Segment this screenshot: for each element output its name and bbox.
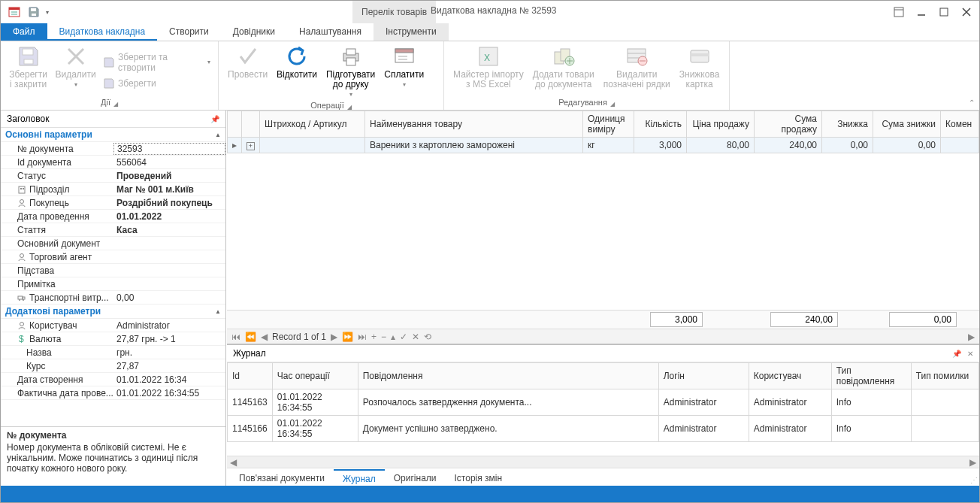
save-and-create-button[interactable]: Зберегти та створити▾: [100, 50, 213, 74]
col-comment[interactable]: Комен: [941, 111, 979, 138]
tab-settings[interactable]: Налаштування: [287, 23, 374, 41]
property-row[interactable]: ПокупецьРоздрібний покупець: [1, 196, 225, 210]
excel-import-button[interactable]: X Майстер імпорту з MS Excel: [449, 43, 528, 98]
add-goods-button[interactable]: Додати товари до документа: [528, 43, 599, 98]
property-row[interactable]: Дата проведення01.01.2022: [1, 210, 225, 223]
close-icon[interactable]: [957, 5, 976, 20]
journal-grid[interactable]: Id Час операції Повідомлення Логін Корис…: [227, 362, 979, 456]
jtab-related[interactable]: Пов'язані документи: [230, 470, 334, 486]
nav-next-icon[interactable]: ▶: [331, 332, 337, 342]
col-price[interactable]: Ціна продажу: [687, 111, 755, 138]
col-name[interactable]: Найменування товару: [365, 111, 583, 138]
nav-first-icon[interactable]: ⏮: [231, 332, 240, 342]
property-row[interactable]: Транспортні витр...0,00: [1, 291, 225, 305]
group-dialog-icon[interactable]: ◢: [347, 104, 352, 111]
property-row[interactable]: КористувачAdministrator: [1, 319, 225, 332]
nav-next-page-icon[interactable]: ⏩: [342, 332, 353, 342]
cell-discount[interactable]: 0,00: [822, 138, 873, 153]
journal-row[interactable]: 114516301.01.2022 16:34:55Розпочалось за…: [228, 389, 979, 416]
journal-scrollbar[interactable]: ◀▶: [227, 456, 979, 468]
delete-rows-button[interactable]: Видалити позначені рядки: [599, 43, 675, 98]
row-expand[interactable]: +: [242, 138, 260, 153]
maximize-icon[interactable]: [934, 5, 954, 20]
jtab-originals[interactable]: Оригінали: [385, 470, 446, 486]
property-value[interactable]: 01.01.2022: [113, 211, 225, 222]
property-grid[interactable]: Основні параметри▲ № документа32593Id до…: [1, 128, 225, 427]
group-dialog-icon[interactable]: ◢: [610, 101, 615, 108]
approve-button[interactable]: Провести: [223, 43, 272, 101]
nav-cancel-icon[interactable]: ✕: [412, 332, 419, 342]
jcol-type[interactable]: Тип повідомлення: [831, 363, 911, 389]
property-row[interactable]: Назвагрн.: [1, 346, 225, 359]
property-value[interactable]: 0,00: [113, 292, 225, 303]
tab-create[interactable]: Створити: [157, 23, 221, 41]
property-row[interactable]: Підстава: [1, 264, 225, 277]
col-discount[interactable]: Знижка: [822, 111, 873, 138]
jtab-journal[interactable]: Журнал: [334, 469, 385, 487]
scroll-right-icon[interactable]: ▶: [968, 332, 975, 342]
col-unit[interactable]: Одиниця виміру: [583, 111, 634, 138]
table-row[interactable]: ▸+Вареники з картоплею замороженікг3,000…: [228, 138, 979, 153]
journal-close-icon[interactable]: ✕: [967, 350, 973, 358]
property-value[interactable]: 27,87 грн. -> 1: [113, 334, 225, 344]
col-sum[interactable]: Сума продажу: [755, 111, 822, 138]
property-value[interactable]: 32593: [113, 143, 225, 155]
save-close-button[interactable]: Зберегти і закрити: [5, 43, 51, 98]
nav-add-icon[interactable]: +: [371, 332, 377, 342]
property-value[interactable]: Administrator: [113, 320, 225, 331]
journal-row[interactable]: 114516601.01.2022 16:34:55Документ успіш…: [228, 416, 979, 442]
jcol-msg[interactable]: Повідомлення: [358, 363, 658, 389]
items-grid[interactable]: Штрихкод / Артикул Найменування товару О…: [227, 111, 979, 310]
nav-end-edit-icon[interactable]: ✓: [400, 332, 407, 342]
group-dialog-icon[interactable]: ◢: [113, 101, 118, 108]
nav-edit-icon[interactable]: ▴: [391, 332, 395, 342]
journal-pin-icon[interactable]: 📌: [952, 350, 961, 358]
jcol-user[interactable]: Користувач: [749, 363, 831, 389]
ribbon-collapse-icon[interactable]: ⌃: [969, 98, 975, 107]
tab-invoice[interactable]: Видаткова накладна: [47, 23, 158, 41]
nav-remove-icon[interactable]: −: [381, 332, 386, 342]
property-row[interactable]: Курс27,87: [1, 359, 225, 373]
property-value[interactable]: Маг № 001 м.Київ: [113, 184, 225, 195]
jtab-history[interactable]: Історія змін: [446, 470, 512, 486]
resize-grip-icon[interactable]: ⋰: [970, 476, 978, 484]
cell-name[interactable]: Вареники з картоплею заморожені: [365, 138, 583, 153]
grid-navigator[interactable]: ⏮ ⏪ ◀ Record 1 of 1 ▶ ⏩ ⏭ + − ▴ ✓ ✕ ⟲ ▶: [227, 329, 979, 344]
cell-discount-sum[interactable]: 0,00: [873, 138, 941, 153]
tab-directories[interactable]: Довідники: [221, 23, 287, 41]
category-additional[interactable]: Додаткові параметри▲: [1, 305, 225, 319]
property-row[interactable]: СтатусПроведений: [1, 169, 225, 183]
jcol-id[interactable]: Id: [228, 363, 273, 389]
property-value[interactable]: 01.01.2022 16:34: [113, 374, 225, 385]
property-row[interactable]: Id документа556064: [1, 156, 225, 169]
property-value[interactable]: 27,87: [113, 361, 225, 371]
minimize-icon[interactable]: [912, 5, 931, 20]
file-tab[interactable]: Файл: [1, 23, 47, 41]
cell-barcode[interactable]: [260, 138, 365, 153]
jcol-login[interactable]: Логін: [658, 363, 749, 389]
save-button[interactable]: Зберегти: [100, 76, 213, 91]
qat-dropdown-icon[interactable]: ▾: [46, 9, 49, 16]
property-value[interactable]: Каса: [113, 225, 225, 235]
nav-last-icon[interactable]: ⏭: [358, 332, 367, 342]
property-row[interactable]: Примітка: [1, 277, 225, 291]
rollback-button[interactable]: Відкотити: [272, 43, 322, 101]
property-row[interactable]: Фактична дата прове...01.01.2022 16:34:5…: [1, 386, 225, 400]
col-qty[interactable]: Кількість: [634, 111, 687, 138]
property-value[interactable]: грн.: [113, 347, 225, 358]
nav-refresh-icon[interactable]: ⟲: [424, 332, 431, 342]
cell-unit[interactable]: кг: [583, 138, 634, 153]
property-row[interactable]: ПідрозділМаг № 001 м.Київ: [1, 183, 225, 196]
cell-price[interactable]: 80,00: [687, 138, 755, 153]
discount-card-button[interactable]: Знижкова картка: [675, 43, 724, 98]
property-row[interactable]: Дата створення01.01.2022 16:34: [1, 373, 225, 386]
jcol-time[interactable]: Час операції: [272, 363, 358, 389]
tab-tools[interactable]: Інструменти: [374, 23, 449, 41]
save-icon[interactable]: [26, 5, 41, 20]
print-prepare-button[interactable]: Підготувати до друку▾: [322, 43, 380, 101]
property-row[interactable]: Торговий агент: [1, 250, 225, 264]
nav-prev-page-icon[interactable]: ⏪: [245, 332, 256, 342]
col-barcode[interactable]: Штрихкод / Артикул: [260, 111, 365, 138]
property-row[interactable]: Основний документ: [1, 237, 225, 250]
property-row[interactable]: $Валюта27,87 грн. -> 1: [1, 332, 225, 346]
